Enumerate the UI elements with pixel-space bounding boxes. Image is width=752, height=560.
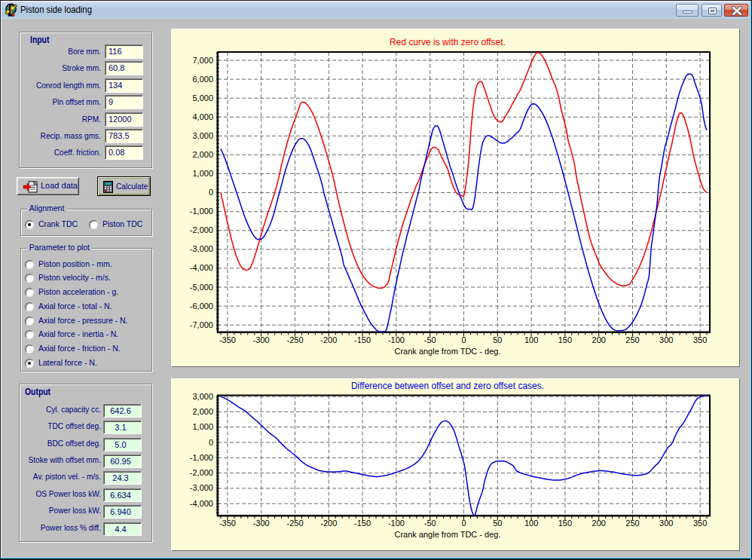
svg-text:-3,000: -3,000 bbox=[190, 244, 213, 253]
svg-text:50: 50 bbox=[493, 335, 502, 344]
svg-text:-3,000: -3,000 bbox=[190, 483, 213, 492]
svg-text:Difference between offset and: Difference between offset and zero offse… bbox=[351, 381, 544, 391]
svg-text:-1,000: -1,000 bbox=[190, 207, 213, 216]
svg-text:-150: -150 bbox=[354, 335, 371, 344]
svg-text:0: 0 bbox=[461, 335, 466, 344]
svg-text:-300: -300 bbox=[253, 519, 270, 528]
svg-text:3,000: 3,000 bbox=[192, 392, 213, 401]
svg-text:-200: -200 bbox=[320, 519, 337, 528]
svg-text:-4,000: -4,000 bbox=[190, 263, 213, 272]
svg-text:200: 200 bbox=[592, 335, 606, 344]
svg-text:100: 100 bbox=[524, 335, 538, 344]
svg-text:2,000: 2,000 bbox=[192, 150, 213, 159]
svg-text:-100: -100 bbox=[388, 335, 405, 344]
svg-text:150: 150 bbox=[558, 519, 572, 528]
svg-text:-6,000: -6,000 bbox=[190, 301, 213, 311]
svg-text:350: 350 bbox=[693, 335, 707, 344]
svg-text:1,000: 1,000 bbox=[192, 422, 213, 431]
svg-text:Red curve is with zero offset.: Red curve is with zero offset. bbox=[390, 37, 506, 47]
svg-text:-300: -300 bbox=[253, 335, 270, 344]
svg-text:-2,000: -2,000 bbox=[190, 468, 213, 477]
svg-text:-250: -250 bbox=[286, 519, 303, 528]
svg-text:0: 0 bbox=[209, 188, 213, 197]
svg-text:-250: -250 bbox=[286, 335, 303, 344]
svg-text:1,000: 1,000 bbox=[192, 169, 213, 178]
svg-text:200: 200 bbox=[592, 519, 606, 528]
svg-text:2,000: 2,000 bbox=[192, 407, 213, 416]
svg-text:250: 250 bbox=[625, 335, 639, 344]
svg-text:-50: -50 bbox=[424, 519, 436, 528]
svg-text:-5,000: -5,000 bbox=[190, 283, 213, 292]
svg-text:-200: -200 bbox=[320, 335, 337, 344]
svg-text:-150: -150 bbox=[354, 519, 371, 528]
svg-text:5,000: 5,000 bbox=[192, 93, 213, 103]
svg-text:7,000: 7,000 bbox=[192, 56, 213, 65]
svg-text:-4,000: -4,000 bbox=[190, 499, 213, 508]
svg-text:300: 300 bbox=[659, 519, 673, 528]
svg-text:-50: -50 bbox=[424, 335, 436, 344]
svg-text:4,000: 4,000 bbox=[192, 112, 213, 121]
svg-text:-1,000: -1,000 bbox=[190, 453, 213, 462]
svg-text:300: 300 bbox=[659, 335, 673, 344]
svg-text:250: 250 bbox=[625, 519, 639, 528]
svg-text:100: 100 bbox=[524, 519, 538, 528]
svg-text:Crank angle from TDC - deg.: Crank angle from TDC - deg. bbox=[394, 530, 500, 539]
svg-text:Crank angle from TDC - deg.: Crank angle from TDC - deg. bbox=[394, 347, 500, 356]
svg-text:-350: -350 bbox=[219, 519, 236, 528]
svg-text:3,000: 3,000 bbox=[192, 131, 213, 140]
svg-text:150: 150 bbox=[558, 335, 572, 344]
svg-text:0: 0 bbox=[461, 519, 466, 528]
svg-text:-7,000: -7,000 bbox=[190, 320, 213, 329]
svg-text:-100: -100 bbox=[388, 519, 405, 528]
svg-text:50: 50 bbox=[493, 519, 502, 528]
svg-text:-350: -350 bbox=[219, 335, 236, 344]
svg-text:-2,000: -2,000 bbox=[190, 225, 213, 234]
svg-text:0: 0 bbox=[209, 438, 213, 447]
svg-text:350: 350 bbox=[693, 519, 707, 528]
svg-text:6,000: 6,000 bbox=[192, 75, 213, 84]
